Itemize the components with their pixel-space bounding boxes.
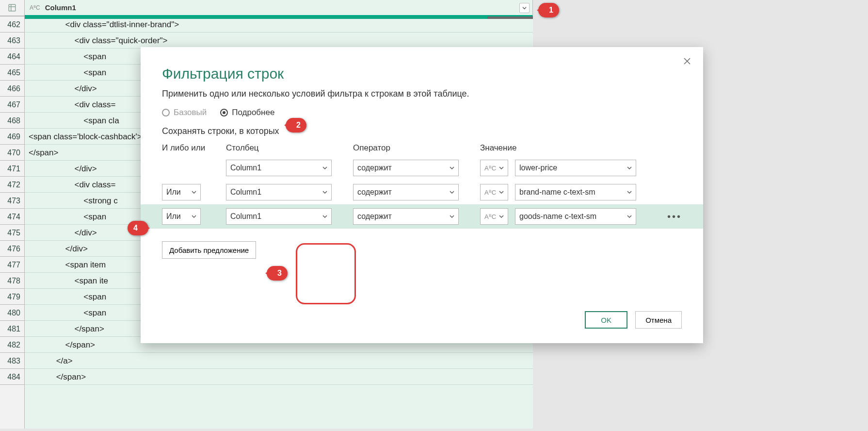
value-select[interactable]: goods-name c-text-sm — [515, 208, 636, 225]
chevron-down-icon — [522, 6, 527, 10]
column-type-icon: AᴮC — [30, 4, 40, 11]
row-number[interactable]: 480 — [0, 305, 24, 321]
chevron-down-icon — [450, 214, 454, 219]
value-type-select[interactable]: AᴮC — [480, 184, 508, 200]
keep-rows-label: Сохранять строки, в которых — [162, 126, 682, 136]
data-cell[interactable]: </a> — [25, 353, 533, 369]
chevron-down-icon — [450, 190, 454, 195]
operator-select[interactable]: содержит — [353, 208, 459, 225]
conditions-list: Column1содержитAᴮClower-priceИлиColumn1с… — [162, 156, 682, 229]
close-icon — [683, 57, 691, 66]
filter-rows-dialog: Фильтрация строк Применить одно или неск… — [141, 47, 703, 343]
andor-select[interactable]: Или — [162, 208, 201, 225]
operator-select[interactable]: содержит — [353, 160, 459, 176]
ok-button[interactable]: OK — [585, 311, 627, 329]
condition-row: Column1содержитAᴮClower-price — [162, 156, 682, 180]
svg-rect-0 — [9, 4, 16, 11]
radio-dot-icon — [162, 109, 170, 116]
header-void — [533, 0, 868, 17]
row-number[interactable]: 476 — [0, 241, 24, 257]
row-number-gutter: 4624634644654664674684694704714724734744… — [0, 17, 25, 429]
row-number[interactable]: 479 — [0, 289, 24, 305]
chevron-down-icon — [499, 214, 504, 219]
chevron-down-icon — [322, 166, 327, 170]
column-select[interactable]: Column1 — [226, 184, 332, 200]
header-andor: И либо или — [162, 143, 226, 153]
radio-advanced[interactable]: Подробнее — [220, 108, 274, 117]
radio-basic-label: Базовый — [174, 108, 207, 117]
column-quality-bar — [25, 17, 533, 19]
dialog-subtitle: Применить одно или несколько условий фил… — [162, 89, 682, 99]
chevron-down-icon — [499, 166, 504, 170]
table-icon — [8, 3, 16, 12]
row-number[interactable]: 473 — [0, 193, 24, 209]
radio-basic[interactable]: Базовый — [162, 108, 207, 117]
column-header-row: AᴮC Column1 — [0, 0, 868, 17]
data-cell[interactable]: </span> — [25, 369, 533, 385]
operator-select[interactable]: содержит — [353, 184, 459, 200]
header-column: Столбец — [226, 143, 353, 153]
value-type-select[interactable]: AᴮC — [480, 208, 508, 225]
row-number[interactable]: 477 — [0, 257, 24, 273]
cancel-button[interactable]: Отмена — [635, 311, 682, 329]
row-number[interactable]: 470 — [0, 145, 24, 161]
row-number[interactable]: 482 — [0, 337, 24, 353]
row-number[interactable]: 462 — [0, 17, 24, 33]
condition-headers: И либо или Столбец Оператор Значение — [162, 143, 682, 153]
column-header[interactable]: AᴮC Column1 — [25, 0, 533, 17]
row-number[interactable]: 466 — [0, 81, 24, 97]
dialog-close-button[interactable] — [681, 55, 693, 67]
row-number[interactable]: 468 — [0, 113, 24, 129]
dialog-button-bar: OK Отмена — [585, 311, 682, 329]
row-number[interactable]: 463 — [0, 33, 24, 49]
column-filter-dropdown[interactable] — [519, 3, 530, 13]
condition-row: ИлиColumn1содержитAᴮCgoods-name c-text-s… — [141, 204, 703, 229]
header-operator: Оператор — [353, 143, 480, 153]
chevron-down-icon — [627, 190, 632, 195]
column-select[interactable]: Column1 — [226, 208, 332, 225]
condition-row: ИлиColumn1содержитAᴮCbrand-name c-text-s… — [162, 180, 682, 204]
chevron-down-icon — [322, 190, 327, 195]
row-number[interactable]: 467 — [0, 97, 24, 113]
chevron-down-icon — [192, 214, 196, 219]
row-number[interactable]: 474 — [0, 209, 24, 225]
row-number[interactable]: 484 — [0, 369, 24, 385]
value-select[interactable]: brand-name c-text-sm — [515, 184, 636, 200]
chevron-down-icon — [627, 166, 632, 170]
row-more-actions[interactable]: ••• — [667, 211, 682, 222]
select-all-corner[interactable] — [0, 0, 25, 17]
chevron-down-icon — [322, 214, 327, 219]
row-number[interactable]: 475 — [0, 225, 24, 241]
row-number[interactable]: 469 — [0, 129, 24, 145]
chevron-down-icon — [192, 190, 196, 195]
radio-dot-icon — [220, 109, 228, 116]
row-number[interactable]: 481 — [0, 321, 24, 337]
chevron-down-icon — [450, 166, 454, 170]
row-number[interactable]: 478 — [0, 273, 24, 289]
chevron-down-icon — [499, 190, 504, 195]
row-number[interactable]: 472 — [0, 177, 24, 193]
andor-select[interactable]: Или — [162, 184, 201, 200]
row-number[interactable]: 471 — [0, 161, 24, 177]
header-value: Значение — [480, 143, 682, 153]
radio-advanced-label: Подробнее — [232, 108, 274, 117]
row-number[interactable]: 465 — [0, 65, 24, 81]
value-type-select[interactable]: AᴮC — [480, 160, 508, 176]
row-number[interactable]: 464 — [0, 49, 24, 65]
dialog-title: Фильтрация строк — [162, 66, 682, 82]
annotation-box-4 — [296, 243, 356, 304]
data-cell[interactable]: <div class="quick-order"> — [25, 33, 533, 49]
add-clause-button[interactable]: Добавить предложение — [162, 241, 256, 259]
value-select[interactable]: lower-price — [515, 160, 636, 176]
column-name: Column1 — [45, 3, 76, 12]
mode-radio-group: Базовый Подробнее — [162, 108, 682, 117]
row-number[interactable]: 483 — [0, 353, 24, 369]
column-select[interactable]: Column1 — [226, 160, 332, 176]
chevron-down-icon — [627, 214, 632, 219]
